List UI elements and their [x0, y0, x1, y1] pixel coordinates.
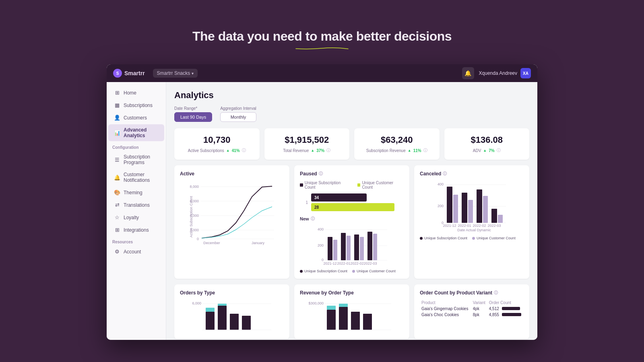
- table-row: Gaia's Gingernap Cookies 4pk 4,512: [420, 306, 524, 312]
- sidebar-item-label: Loyalty: [124, 215, 139, 220]
- programs-icon: ☰: [114, 157, 120, 163]
- svg-rect-64: [339, 307, 348, 330]
- store-selector[interactable]: Smartrr Snacks ▾: [153, 69, 198, 78]
- info-icon: ⓘ: [311, 216, 315, 222]
- charts-row-2: Orders by Type 6,000: [174, 284, 529, 339]
- svg-text:200: 200: [318, 243, 324, 247]
- aggregation-label: Aggregation Interval: [220, 106, 256, 111]
- svg-rect-19: [328, 237, 332, 260]
- info-icon: ⓘ: [423, 148, 427, 153]
- sidebar-item-customers[interactable]: 👤 Customers: [108, 112, 164, 123]
- svg-text:8,000: 8,000: [190, 185, 199, 189]
- kpi-total-revenue: $1,915,502 Total Revenue ▲ 37% ⓘ: [264, 128, 350, 160]
- info-icon: ⓘ: [326, 148, 330, 153]
- kpi-label-row: Total Revenue ▲ 37% ⓘ: [283, 148, 330, 153]
- topbar-logo: S Smartrr: [113, 69, 145, 78]
- trend-arrow: ▲: [408, 148, 411, 152]
- svg-rect-22: [367, 232, 372, 260]
- info-icon: ⓘ: [319, 171, 323, 177]
- svg-text:2022-01: 2022-01: [458, 224, 471, 228]
- aggregation-button[interactable]: Monthly: [220, 112, 256, 122]
- kpi-label-row: Active Subscriptions ▲ 41% ⓘ: [188, 148, 246, 153]
- svg-rect-26: [373, 234, 377, 260]
- trend-arrow: ▲: [311, 148, 314, 152]
- sidebar-item-label: Account: [124, 249, 141, 255]
- app-window: S Smartrr Smartrr Snacks ▾ 🔔 Xquenda And…: [107, 64, 537, 340]
- sidebar-item-loyalty[interactable]: ☆ Loyalty: [108, 212, 164, 223]
- variant-name: 4pk: [471, 306, 487, 312]
- svg-rect-45: [498, 215, 503, 223]
- paused-chart-title: Paused ⓘ: [300, 171, 404, 177]
- info-icon: ⓘ: [497, 148, 501, 153]
- kpi-label: Subscription Revenue: [366, 148, 406, 153]
- svg-rect-54: [206, 308, 215, 312]
- cancelled-legend2: Unique Customer Count: [477, 236, 516, 240]
- resources-section-label: Resources: [107, 237, 166, 245]
- svg-rect-43: [468, 200, 473, 223]
- loyalty-icon: ☆: [114, 214, 120, 220]
- svg-rect-42: [453, 195, 458, 223]
- paused-legend2: Unique Customer Count: [362, 181, 404, 189]
- order-count-variant-title: Order Count by Product Variant ⓘ: [420, 290, 524, 296]
- user-menu[interactable]: Xquenda Andreev XA: [479, 68, 531, 78]
- new-legend2: Unique Customer Count: [357, 269, 396, 273]
- product-variant-table: Product Variant Order Count Gaia's Ginge…: [420, 300, 524, 318]
- sidebar-item-integrations[interactable]: ⊞ Integrations: [108, 224, 164, 236]
- topbar: S Smartrr Smartrr Snacks ▾ 🔔 Xquenda And…: [107, 64, 537, 82]
- sidebar-item-subscription-programs[interactable]: ☰ Subscription Programs: [108, 151, 164, 168]
- svg-rect-23: [333, 240, 337, 260]
- sidebar-item-translations[interactable]: ⇄ Translations: [108, 199, 164, 211]
- sidebar-item-subscriptions[interactable]: ▦ Subscriptions: [108, 99, 164, 111]
- svg-text:400: 400: [438, 182, 444, 186]
- sidebar-item-label: Translations: [124, 202, 150, 208]
- account-icon: ⚙: [114, 249, 120, 255]
- sidebar-item-label: Advanced Analytics: [124, 127, 159, 138]
- kpi-value: $136.08: [471, 135, 503, 145]
- trend-arrow: ▲: [483, 148, 487, 152]
- svg-rect-53: [206, 312, 215, 330]
- cancelled-chart-card: Canceled ⓘ 400 200 0: [414, 165, 529, 279]
- kpi-label: ADV: [473, 148, 481, 153]
- sidebar-item-label: Customers: [124, 115, 147, 121]
- svg-text:2021-12: 2021-12: [323, 261, 336, 265]
- info-icon: ⓘ: [494, 290, 498, 296]
- logo-icon: S: [113, 69, 122, 78]
- sidebar-item-theming[interactable]: 🎨 Theming: [108, 187, 164, 198]
- notifications-icon: 🔔: [114, 175, 120, 181]
- active-chart-card: Active 8,000 6,000 4,000 2,000 0 Active …: [174, 165, 289, 279]
- kpi-label-row: Subscription Revenue ▲ 11% ⓘ: [366, 148, 427, 153]
- date-range-group: Date Range* Last 90 Days: [174, 106, 212, 122]
- kpi-subscription-revenue: $63,240 Subscription Revenue ▲ 11% ⓘ: [354, 128, 440, 160]
- active-chart: 8,000 6,000 4,000 2,000 0 Active Subscri…: [180, 181, 284, 245]
- user-name: Xquenda Andreev: [479, 70, 517, 76]
- kpi-row: 10,730 Active Subscriptions ▲ 41% ⓘ $1,9…: [174, 128, 529, 160]
- sidebar-item-customer-notifications[interactable]: 🔔 Customer Notifications: [108, 169, 164, 186]
- paused-chart-card: Paused ⓘ Unique Subscription Count Uniqu…: [294, 165, 409, 279]
- svg-rect-38: [447, 187, 452, 223]
- svg-rect-67: [363, 314, 372, 330]
- new-legend1: Unique Subscription Count: [304, 269, 347, 273]
- svg-rect-44: [483, 196, 488, 223]
- hero-underline: [266, 47, 378, 50]
- main-layout: ⊞ Home ▦ Subscriptions 👤 Customers 📊 Adv…: [107, 82, 537, 340]
- svg-rect-21: [354, 234, 359, 260]
- trend-arrow: ▲: [226, 148, 230, 152]
- revenue-by-type-title: Revenue by Order Type: [300, 290, 404, 296]
- svg-text:2022-02: 2022-02: [350, 261, 363, 265]
- svg-rect-66: [351, 312, 360, 330]
- svg-rect-57: [230, 314, 239, 330]
- notifications-button[interactable]: 🔔: [462, 67, 474, 79]
- paused-bar1-val: 34: [314, 195, 319, 200]
- sidebar-item-advanced-analytics[interactable]: 📊 Advanced Analytics: [108, 124, 164, 141]
- charts-row-1: Active 8,000 6,000 4,000 2,000 0 Active …: [174, 165, 529, 279]
- svg-text:2022-03: 2022-03: [487, 224, 501, 228]
- svg-text:Date Actual Dynamic: Date Actual Dynamic: [457, 228, 491, 232]
- svg-rect-40: [477, 189, 482, 223]
- date-range-button[interactable]: Last 90 Days: [174, 112, 212, 122]
- sidebar-item-home[interactable]: ⊞ Home: [108, 87, 164, 99]
- sidebar-item-account[interactable]: ⚙ Account: [108, 246, 164, 257]
- svg-text:2021-12: 2021-12: [443, 224, 456, 228]
- sidebar-item-label: Subscription Programs: [124, 154, 159, 165]
- kpi-value: $63,240: [381, 135, 413, 145]
- svg-rect-39: [462, 193, 467, 223]
